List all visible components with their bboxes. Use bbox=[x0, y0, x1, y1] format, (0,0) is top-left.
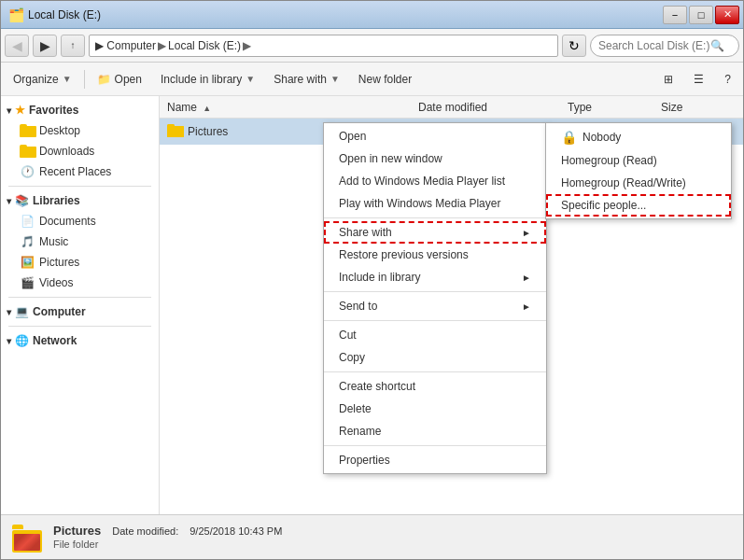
favorites-header[interactable]: ▾ ★ Favorites bbox=[1, 100, 159, 120]
ctx-create-shortcut[interactable]: Create shortcut bbox=[324, 375, 546, 398]
forward-button[interactable]: ▶ bbox=[33, 35, 57, 57]
organize-label: Organize bbox=[13, 73, 59, 86]
up-button[interactable]: ↑ bbox=[61, 35, 85, 57]
ctx-play-media-player[interactable]: Play with Windows Media Player bbox=[324, 192, 546, 215]
col-modified-header[interactable]: Date modified bbox=[418, 101, 568, 114]
minimize-button[interactable]: − bbox=[663, 6, 687, 24]
col-type-header[interactable]: Type bbox=[568, 101, 661, 114]
ctx-send-to-arrow: ► bbox=[522, 301, 531, 312]
context-menu: Open Open in new window Add to Windows M… bbox=[323, 122, 547, 474]
favorites-label: Favorites bbox=[29, 104, 78, 117]
sidebar-item-recent-places[interactable]: 🕐 Recent Places bbox=[1, 161, 159, 182]
content-area: Name ▲ Date modified Type Size bbox=[160, 96, 743, 514]
network-section: ▾ 🌐 Network bbox=[1, 330, 159, 351]
col-name-label: Name bbox=[167, 101, 197, 114]
sidebar-item-desktop[interactable]: Desktop bbox=[1, 120, 159, 141]
ctx-include-library[interactable]: Include in library ► bbox=[324, 266, 546, 288]
computer-header[interactable]: ▾ 💻 Computer bbox=[1, 301, 159, 322]
status-type-row: File folder bbox=[53, 538, 282, 551]
submenu-homegroup-readwrite-label: Homegroup (Read/Write) bbox=[561, 176, 686, 189]
path-localdisk: Local Disk (E:) bbox=[168, 39, 241, 52]
open-label: Open bbox=[115, 73, 142, 86]
sidebar-sep-2 bbox=[8, 297, 151, 298]
sidebar-item-documents[interactable]: 📄 Documents bbox=[1, 211, 159, 231]
share-with-button[interactable]: Share with ▼ bbox=[265, 66, 348, 92]
network-header[interactable]: ▾ 🌐 Network bbox=[1, 330, 159, 351]
sidebar-documents-label: Documents bbox=[39, 215, 96, 228]
pictures-icon: 🖼️ bbox=[20, 255, 35, 270]
view-toggle-button[interactable]: ⊞ bbox=[655, 66, 681, 92]
libraries-label: Libraries bbox=[33, 194, 80, 207]
col-modified-label: Date modified bbox=[418, 101, 487, 114]
videos-icon: 🎬 bbox=[20, 275, 35, 290]
ctx-open[interactable]: Open bbox=[324, 125, 546, 147]
ctx-send-to[interactable]: Send to ► bbox=[324, 295, 546, 317]
organize-button[interactable]: Organize ▼ bbox=[5, 66, 80, 92]
submenu-homegroup-read[interactable]: Homegroup (Read) bbox=[546, 149, 731, 172]
status-bar: Pictures Date modified: 9/25/2018 10:43 … bbox=[1, 514, 743, 559]
toolbar-separator-1 bbox=[84, 70, 85, 89]
close-button[interactable]: ✕ bbox=[715, 6, 739, 24]
ctx-open-new-window-label: Open in new window bbox=[339, 152, 442, 165]
submenu-homegroup-readwrite[interactable]: Homegroup (Read/Write) bbox=[546, 172, 731, 194]
sidebar-item-pictures[interactable]: 🖼️ Pictures bbox=[1, 252, 159, 273]
ctx-properties[interactable]: Properties bbox=[324, 449, 546, 471]
maximize-button[interactable]: □ bbox=[689, 6, 713, 24]
documents-icon: 📄 bbox=[20, 214, 35, 229]
computer-arrow: ▾ bbox=[7, 307, 11, 317]
toolbar-right: ⊞ ☰ ? bbox=[655, 66, 739, 92]
open-button[interactable]: 📁 Open bbox=[89, 66, 150, 92]
favorites-section: ▾ ★ Favorites Desktop Downloads bbox=[1, 100, 159, 182]
ctx-copy[interactable]: Copy bbox=[324, 346, 546, 369]
col-name-header[interactable]: Name ▲ bbox=[167, 101, 418, 114]
include-library-button[interactable]: Include in library ▼ bbox=[152, 66, 263, 92]
lock-icon: 🔒 bbox=[561, 130, 577, 145]
path-computer: ▶ Computer bbox=[95, 39, 156, 52]
refresh-button[interactable]: ↻ bbox=[562, 35, 586, 57]
desktop-icon bbox=[20, 123, 35, 138]
sidebar-item-music[interactable]: 🎵 Music bbox=[1, 231, 159, 252]
ctx-share-with-label: Share with bbox=[339, 226, 392, 239]
sidebar-item-videos[interactable]: 🎬 Videos bbox=[1, 273, 159, 293]
view-details-button[interactable]: ☰ bbox=[685, 66, 712, 92]
include-library-arrow: ▼ bbox=[246, 74, 255, 84]
network-icon: 🌐 bbox=[15, 334, 29, 347]
status-info: Pictures Date modified: 9/25/2018 10:43 … bbox=[53, 524, 282, 551]
sidebar-sep-3 bbox=[8, 326, 151, 327]
computer-label: Computer bbox=[33, 305, 86, 318]
music-icon: 🎵 bbox=[20, 234, 35, 249]
libraries-header[interactable]: ▾ 📚 Libraries bbox=[1, 190, 159, 211]
ctx-share-with[interactable]: Share with ► bbox=[324, 221, 546, 244]
sidebar-pictures-label: Pictures bbox=[39, 256, 79, 269]
title-bar: 🗂️ Local Disk (E:) − □ ✕ bbox=[1, 1, 743, 29]
ctx-restore-versions[interactable]: Restore previous versions bbox=[324, 244, 546, 266]
ctx-copy-label: Copy bbox=[339, 351, 365, 364]
ctx-add-media-player[interactable]: Add to Windows Media Player list bbox=[324, 170, 546, 192]
column-headers: Name ▲ Date modified Type Size bbox=[160, 96, 743, 119]
address-path[interactable]: ▶ Computer ▶ Local Disk (E:) ▶ bbox=[89, 35, 558, 57]
ctx-include-library-label: Include in library bbox=[339, 271, 420, 284]
ctx-play-media-player-label: Play with Windows Media Player bbox=[339, 197, 500, 210]
col-size-header[interactable]: Size bbox=[661, 101, 736, 114]
ctx-delete[interactable]: Delete bbox=[324, 398, 546, 420]
submenu-specific-people[interactable]: Specific people... bbox=[546, 194, 731, 217]
ctx-sep-5 bbox=[324, 445, 546, 446]
sidebar-recent-label: Recent Places bbox=[39, 165, 111, 178]
submenu-nobody[interactable]: 🔒 Nobody bbox=[546, 125, 731, 149]
new-folder-button[interactable]: New folder bbox=[350, 66, 420, 92]
back-button[interactable]: ◀ bbox=[5, 35, 29, 57]
toolbar: Organize ▼ 📁 Open Include in library ▼ S… bbox=[1, 63, 743, 96]
window-icon: 🗂️ bbox=[8, 7, 24, 22]
search-box[interactable]: 🔍 bbox=[590, 35, 739, 57]
path-separator-1: ▶ bbox=[158, 39, 166, 52]
organize-arrow: ▼ bbox=[63, 74, 72, 84]
ctx-cut[interactable]: Cut bbox=[324, 324, 546, 346]
help-button[interactable]: ? bbox=[716, 66, 739, 92]
submenu-specific-people-label: Specific people... bbox=[561, 199, 646, 212]
ctx-open-new-window[interactable]: Open in new window bbox=[324, 147, 546, 170]
sidebar-item-downloads[interactable]: Downloads bbox=[1, 141, 159, 161]
explorer-window: 🗂️ Local Disk (E:) − □ ✕ ◀ ▶ ↑ ▶ Compute… bbox=[0, 0, 744, 560]
ctx-add-media-player-label: Add to Windows Media Player list bbox=[339, 175, 505, 188]
search-input[interactable] bbox=[598, 39, 710, 52]
ctx-rename[interactable]: Rename bbox=[324, 420, 546, 442]
